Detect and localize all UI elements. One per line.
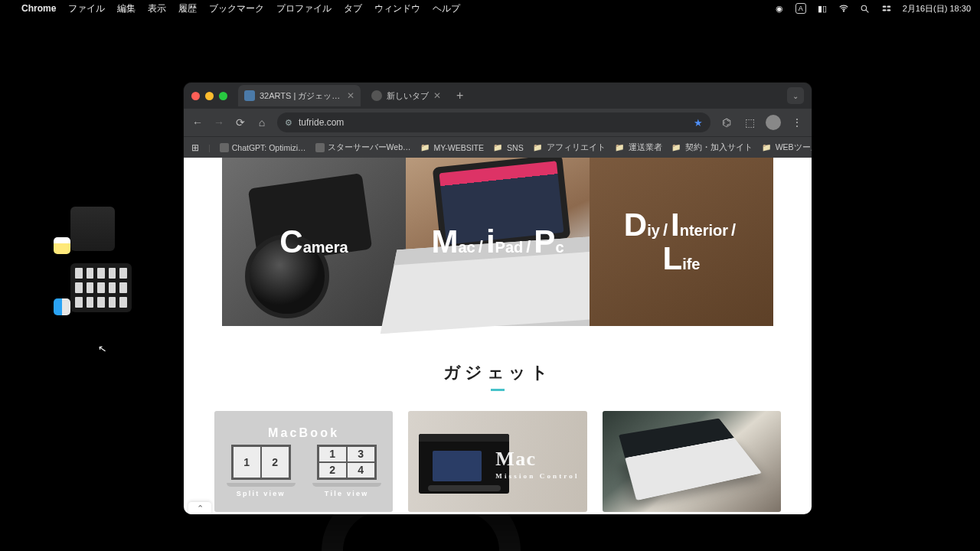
- svg-line-2: [866, 10, 868, 12]
- stage-manager-strip: [54, 207, 115, 312]
- menu-bookmarks[interactable]: ブックマーク: [209, 2, 264, 15]
- article-card-macbook-photo[interactable]: [603, 411, 781, 512]
- section-title-gadget: ガジェット: [184, 361, 812, 391]
- article-card-splitview[interactable]: MacBook 12 Split view 1324 Tile view: [214, 411, 393, 512]
- window-minimize-button[interactable]: [205, 92, 214, 100]
- browser-tab[interactable]: 新しいタブ ✕: [365, 85, 447, 106]
- expand-chevron-button[interactable]: ⌃: [188, 502, 211, 514]
- macos-menubar: Chrome ファイル 編集 表示 履歴 ブックマーク プロファイル タブ ウィ…: [0, 0, 980, 17]
- hero-card-camera[interactable]: Camera: [222, 158, 406, 326]
- tab-close-icon[interactable]: ✕: [433, 90, 441, 101]
- svg-point-0: [843, 11, 844, 11]
- window-close-button[interactable]: [191, 92, 200, 100]
- menubar-app-name[interactable]: Chrome: [21, 3, 56, 14]
- hero-card-diy-interior-life[interactable]: Diy/Interior/ Life: [590, 158, 773, 326]
- svg-point-1: [861, 5, 867, 11]
- bookmarks-bar: ⊞ | ChatGPT: Optimizi… スターサーバーWeb… MY-WE…: [184, 136, 812, 158]
- spotlight-icon[interactable]: [860, 3, 871, 14]
- window-zoom-button[interactable]: [219, 92, 227, 100]
- tab-title: 32ARTS | ガジェット、ライフス: [260, 90, 342, 102]
- bookmark-star-icon[interactable]: ★: [694, 117, 703, 129]
- svg-rect-6: [887, 9, 890, 11]
- notes-app-icon: [54, 237, 70, 254]
- bookmark-folder[interactable]: アフィリエイト: [533, 142, 606, 153]
- menu-file[interactable]: ファイル: [68, 2, 105, 15]
- bookmark-folder[interactable]: 運送業者: [615, 142, 662, 153]
- bookmark-folder[interactable]: WEBツール: [762, 142, 812, 153]
- mouse-cursor-icon: ↖: [97, 342, 107, 355]
- webpage-content: Camera Mac/iPad/Pc Diy/Interior/ Life ガジ…: [184, 158, 812, 514]
- svg-rect-4: [887, 6, 890, 8]
- chrome-titlebar: 32ARTS | ガジェット、ライフス ✕ 新しいタブ ✕ + ⌄: [184, 83, 812, 109]
- menu-edit[interactable]: 編集: [117, 2, 136, 15]
- bookmark-folder[interactable]: MY-WEBSITE: [420, 143, 485, 152]
- chrome-menu-icon[interactable]: ⋮: [790, 116, 804, 129]
- menu-history[interactable]: 履歴: [178, 2, 197, 15]
- new-tab-button[interactable]: +: [452, 89, 468, 103]
- menu-window[interactable]: ウィンドウ: [374, 2, 420, 15]
- hero-categories-row: Camera Mac/iPad/Pc Diy/Interior/ Life: [222, 158, 773, 326]
- home-button[interactable]: ⌂: [256, 116, 268, 129]
- address-bar[interactable]: ⚙ tufride.com ★: [277, 112, 710, 132]
- screen-record-icon[interactable]: ◉: [774, 3, 785, 14]
- extensions-icon[interactable]: ⬚: [743, 116, 756, 129]
- forward-button[interactable]: →: [213, 116, 225, 129]
- finder-app-icon: [54, 298, 70, 315]
- chrome-toolbar: ← → ⟳ ⌂ ⚙ tufride.com ★ ⌬ ⬚ ⋮: [184, 109, 812, 136]
- chrome-window: 32ARTS | ガジェット、ライフス ✕ 新しいタブ ✕ + ⌄ ← → ⟳ …: [184, 83, 812, 514]
- battery-icon[interactable]: ▮▯: [817, 3, 828, 14]
- translate-icon[interactable]: ⌬: [720, 116, 733, 129]
- bookmark-folder[interactable]: SNS: [493, 143, 524, 152]
- menubar-clock[interactable]: 2月16日(日) 18:30: [903, 3, 971, 15]
- article-card-mission-control[interactable]: Mac Mission Control: [408, 411, 586, 512]
- tab-overflow-button[interactable]: ⌄: [787, 87, 804, 104]
- bookmark-item[interactable]: ChatGPT: Optimizi…: [220, 143, 306, 152]
- input-source-icon[interactable]: A: [795, 3, 806, 14]
- profile-avatar[interactable]: [766, 115, 781, 130]
- tab-close-icon[interactable]: ✕: [347, 90, 354, 101]
- window-traffic-lights: [191, 92, 227, 100]
- menu-help[interactable]: ヘルプ: [433, 2, 460, 15]
- wifi-icon[interactable]: [838, 3, 849, 14]
- stage-group-notes[interactable]: [54, 207, 115, 251]
- article-cards-row: MacBook 12 Split view 1324 Tile view: [214, 411, 781, 512]
- browser-tab-active[interactable]: 32ARTS | ガジェット、ライフス ✕: [238, 85, 361, 106]
- svg-rect-3: [882, 6, 886, 8]
- bookmark-item[interactable]: スターサーバーWeb…: [315, 142, 411, 153]
- menu-tab[interactable]: タブ: [344, 2, 362, 15]
- reload-button[interactable]: ⟳: [234, 116, 247, 129]
- apps-grid-icon[interactable]: ⊞: [191, 142, 199, 153]
- menu-view[interactable]: 表示: [148, 2, 166, 15]
- control-center-icon[interactable]: [881, 3, 892, 14]
- tab-favicon-icon: [244, 90, 255, 101]
- back-button[interactable]: ←: [191, 116, 204, 129]
- menu-profile[interactable]: プロファイル: [276, 2, 332, 15]
- stage-group-finder[interactable]: [54, 263, 115, 312]
- site-info-icon[interactable]: ⚙: [285, 118, 292, 128]
- tab-title: 新しいタブ: [387, 90, 429, 102]
- svg-rect-5: [882, 9, 886, 11]
- hero-card-mac-ipad-pc[interactable]: Mac/iPad/Pc: [406, 158, 590, 326]
- url-text: tufride.com: [299, 117, 688, 128]
- tab-favicon-icon: [371, 90, 382, 101]
- bookmark-folder[interactable]: 契約・加入サイト: [671, 142, 753, 153]
